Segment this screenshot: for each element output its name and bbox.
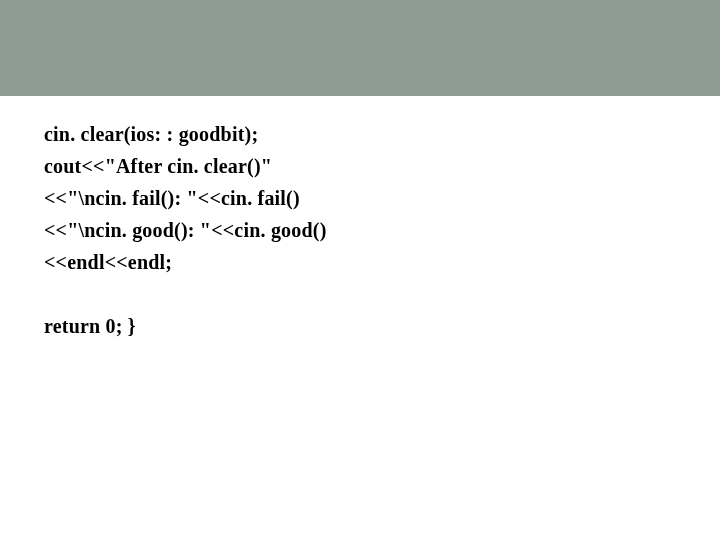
code-line: <<"\ncin. good(): "<<cin. good() [44,214,676,246]
code-line: cout<<"After cin. clear()" [44,150,676,182]
code-line: return 0; } [44,310,676,342]
code-content: cin. clear(ios: : goodbit); cout<<"After… [44,118,676,342]
slide: cin. clear(ios: : goodbit); cout<<"After… [0,0,720,540]
code-line: <<"\ncin. fail(): "<<cin. fail() [44,182,676,214]
code-line: <<endl<<endl; [44,246,676,278]
header-band [0,0,720,96]
code-line: cin. clear(ios: : goodbit); [44,118,676,150]
blank-line [44,278,676,310]
